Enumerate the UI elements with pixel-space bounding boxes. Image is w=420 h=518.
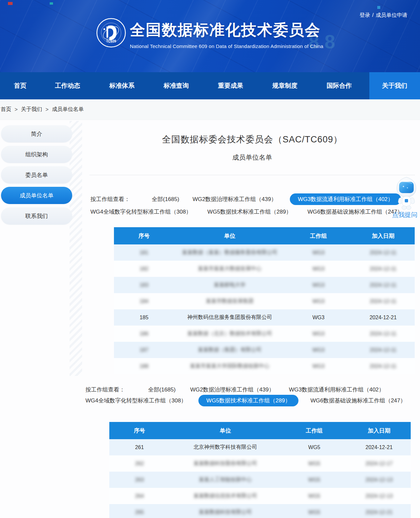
nav-item-regulations[interactable]: 规章制度 — [258, 72, 312, 99]
filter-wg3[interactable]: WG3数据流通利用标准工作组（402） — [289, 384, 384, 395]
filter-wg2[interactable]: WG2数据治理标准工作组（439） — [190, 384, 274, 395]
table-cell: WG3 — [286, 293, 352, 309]
filter-wg3[interactable]: WG3数据流通利用标准工作组（402） — [290, 193, 401, 205]
nav-item-international[interactable]: 国际合作 — [312, 72, 366, 99]
table-cell: 某某市数据发展集团 — [174, 293, 286, 309]
table-cell: 183 — [114, 277, 174, 293]
filter-group-label: 按工作组查看： — [90, 195, 130, 203]
table-row: 186某某数据（北京）数据技术有限公司WG32024-12-11 — [114, 326, 415, 342]
nav-item-standards-system[interactable]: 标准体系 — [95, 72, 149, 99]
cell-text: 某某人工智能创新中心 — [199, 477, 252, 482]
cell-text: 261 — [135, 444, 144, 450]
sidebar-item-member-units[interactable]: 成员单位名单 — [1, 187, 72, 204]
table-cell: 2024-12-13 — [347, 488, 411, 504]
cell-text: 某某市数据发展集团 — [206, 298, 254, 304]
cell-text: WG3 — [312, 250, 324, 255]
filter-wg6[interactable]: WG6数据基础设施标准工作组（247） — [310, 395, 406, 406]
breadcrumb-item[interactable]: 首页 — [1, 106, 11, 113]
member-table: 序号单位工作组加入日期181某某数据（某某）数据服务股份有限公司WG32024-… — [114, 227, 415, 374]
cell-text: WG5 — [308, 477, 320, 483]
filter-wg5[interactable]: WG5数据技术标准工作组（289） — [198, 395, 298, 406]
filter-row: 按工作组查看：全部(1685)WG2数据治理标准工作组（439）WG3数据流通利… — [85, 384, 384, 395]
cell-text: 某某邮电大学 — [214, 282, 246, 287]
breadcrumb-item[interactable]: 成员单位名单 — [52, 106, 84, 113]
cell-text: WG3 — [312, 315, 324, 320]
table-row: 188某某市某某大学国际数据创新中心WG32024-12-11 — [114, 358, 415, 374]
table-cell: 2024-12-21 — [347, 504, 411, 518]
filter-wg2[interactable]: WG2数据治理标准工作组（439） — [192, 193, 277, 205]
cell-text: 262 — [135, 461, 144, 466]
table-cell: 某某数据（北京）数据技术有限公司 — [174, 326, 286, 342]
nav-item-home[interactable]: 首页 — [0, 72, 40, 99]
column-header: 序号 — [114, 227, 174, 244]
cell-text: 某某数据（北京）数据技术有限公司 — [187, 331, 272, 336]
filter-all[interactable]: 全部(1685) — [148, 384, 176, 395]
table-cell: WG5 — [281, 472, 347, 488]
ask-me-link[interactable]: 点我提问 — [390, 211, 420, 219]
cell-text: 263 — [135, 477, 144, 483]
sidebar-item-committee-members[interactable]: 委员名单 — [1, 166, 72, 183]
table-cell: 北京神州数字科技有限公司 — [170, 439, 281, 455]
table-cell: 某某邮电大学 — [174, 277, 286, 293]
nav-item-work-news[interactable]: 工作动态 — [40, 72, 95, 99]
cell-text: 某某数据科技有限公司 — [199, 509, 252, 515]
site-logo[interactable]: TC609 — [95, 17, 127, 48]
cell-text: WG3 — [312, 298, 324, 304]
table-cell: 某某数据（集团）有限公司 — [174, 342, 286, 358]
cell-text: 2024-12-11 — [370, 298, 396, 304]
filter-all[interactable]: 全部(1685) — [152, 193, 179, 205]
table-cell: 187 — [114, 342, 174, 358]
page: 88 登录/成员单位申请 TC609 全国数据标准化技术委员会 National… — [0, 0, 420, 518]
column-header: 工作组 — [286, 227, 352, 244]
cell-text: WG5 — [308, 493, 320, 499]
filter-wg5[interactable]: WG5数据技术标准工作组（289） — [207, 206, 291, 218]
sidebar-item-contact[interactable]: 联系我们 — [1, 207, 72, 225]
cell-text: 神州数码信息服务集团股份有限公司 — [187, 314, 272, 320]
table-cell: 某某数据科技有限公司 — [170, 504, 281, 518]
cell-text: 2024-12-11 — [370, 250, 396, 255]
cell-text: WG3 — [312, 363, 324, 369]
nav-item-achievements[interactable]: 重要成果 — [203, 72, 258, 99]
column-header: 加入日期 — [351, 227, 415, 244]
filter-wg4[interactable]: WG4全域数字化转型标准工作组（308） — [85, 395, 186, 406]
cell-text: 某某数据科技股份有限公司 — [193, 460, 257, 466]
table-cell: 某某数据（某某）数据服务股份有限公司 — [174, 244, 286, 261]
column-header: 工作组 — [281, 422, 347, 439]
cell-text: 264 — [135, 493, 144, 499]
assistant-robot-icon[interactable] — [394, 177, 419, 211]
nav-item-about[interactable]: 关于我们 — [369, 72, 420, 99]
table-cell: 2024-12-21 — [347, 439, 411, 455]
table-row: 265某某数据科技有限公司WG52024-12-21 — [109, 504, 411, 518]
table-row: 263某某人工智能创新中心WG52024-12-13 — [109, 472, 411, 488]
cell-text: 185 — [139, 315, 148, 320]
cell-text: 182 — [139, 266, 148, 272]
table-cell: 2024-12-17 — [347, 455, 411, 472]
breadcrumb-separator: > — [15, 107, 18, 113]
cell-text: 2024-12-13 — [366, 493, 393, 499]
banner-decor — [8, 2, 13, 5]
table-row: 183某某邮电大学WG32024-12-11 — [114, 277, 415, 293]
sidebar-item-intro[interactable]: 简介 — [1, 125, 72, 142]
column-header: 序号 — [109, 422, 170, 439]
sidebar-item-org-structure[interactable]: 组织架构 — [1, 146, 72, 163]
table-cell: 某某数据信息技术有限公司 — [170, 488, 281, 504]
table-row: 181某某数据（某某）数据服务股份有限公司WG32024-12-11 — [114, 244, 415, 261]
member-apply-link[interactable]: 成员单位申请 — [376, 12, 407, 18]
cell-text: 2024-12-11 — [370, 331, 396, 337]
table-cell: 188 — [114, 358, 174, 374]
filter-wg4[interactable]: WG4全域数字化转型标准工作组（308） — [90, 206, 191, 218]
table-cell: 184 — [114, 293, 174, 309]
breadcrumb-item[interactable]: 关于我们 — [21, 106, 42, 113]
nav-item-standards-search[interactable]: 标准查询 — [149, 72, 203, 99]
cell-text: 187 — [139, 347, 148, 353]
filter-group-label: 按工作组查看： — [85, 386, 125, 393]
member-table-wg5: 序号单位工作组加入日期261北京神州数字科技有限公司WG52024-12-212… — [109, 422, 411, 518]
login-link[interactable]: 登录 — [360, 12, 370, 18]
filter-wg6[interactable]: WG6数据基础设施标准工作组（247） — [307, 206, 403, 218]
table-cell: WG5 — [281, 488, 347, 504]
site-title: 全国数据标准化技术委员会 — [130, 20, 323, 40]
table-cell: WG3 — [286, 244, 352, 261]
table-cell: WG5 — [281, 439, 347, 455]
member-table: 序号单位工作组加入日期261北京神州数字科技有限公司WG52024-12-212… — [109, 422, 411, 518]
cell-text: 2024-12-11 — [370, 266, 396, 272]
